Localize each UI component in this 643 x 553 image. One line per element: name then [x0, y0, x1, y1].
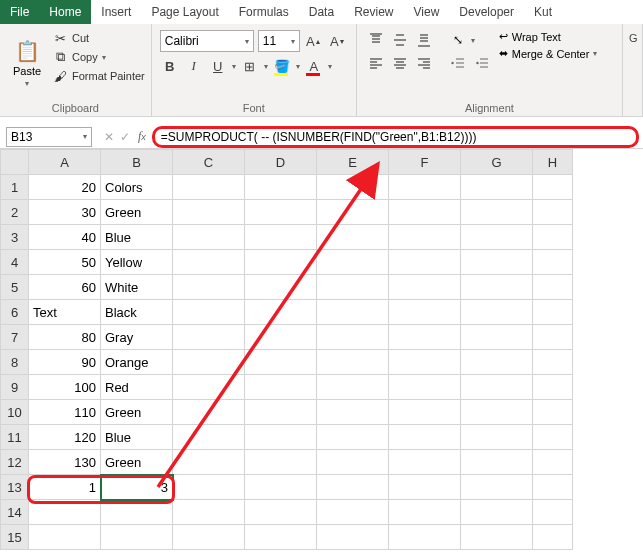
- cell-A7[interactable]: 80: [29, 325, 101, 350]
- row-header-7[interactable]: 7: [1, 325, 29, 350]
- cell-B7[interactable]: Gray: [101, 325, 173, 350]
- cell-C5[interactable]: [173, 275, 245, 300]
- cell-A9[interactable]: 100: [29, 375, 101, 400]
- cell-B10[interactable]: Green: [101, 400, 173, 425]
- cell-G11[interactable]: [461, 425, 533, 450]
- cell-C3[interactable]: [173, 225, 245, 250]
- increase-font-button[interactable]: A▲: [304, 31, 324, 51]
- column-header-B[interactable]: B: [101, 150, 173, 175]
- cell-B14[interactable]: [101, 500, 173, 525]
- tab-home[interactable]: Home: [39, 0, 91, 24]
- cell-C10[interactable]: [173, 400, 245, 425]
- cell-C6[interactable]: [173, 300, 245, 325]
- align-middle-button[interactable]: [389, 30, 411, 50]
- cell-F13[interactable]: [389, 475, 461, 500]
- cell-F4[interactable]: [389, 250, 461, 275]
- cell-C9[interactable]: [173, 375, 245, 400]
- copy-button[interactable]: ⧉ Copy ▾: [52, 49, 145, 65]
- cell-H1[interactable]: [533, 175, 573, 200]
- tab-data[interactable]: Data: [299, 0, 344, 24]
- fx-icon[interactable]: fx: [138, 129, 146, 144]
- cell-F6[interactable]: [389, 300, 461, 325]
- cell-A13[interactable]: 1: [29, 475, 101, 500]
- cell-C14[interactable]: [173, 500, 245, 525]
- cell-F14[interactable]: [389, 500, 461, 525]
- row-header-15[interactable]: 15: [1, 525, 29, 550]
- font-size-select[interactable]: 11 ▾: [258, 30, 300, 52]
- column-header-E[interactable]: E: [317, 150, 389, 175]
- cell-G8[interactable]: [461, 350, 533, 375]
- cell-A5[interactable]: 60: [29, 275, 101, 300]
- decrease-font-button[interactable]: A▼: [328, 31, 348, 51]
- cell-C15[interactable]: [173, 525, 245, 550]
- cell-D14[interactable]: [245, 500, 317, 525]
- cancel-formula-button[interactable]: ✕: [104, 130, 114, 144]
- tab-developer[interactable]: Developer: [449, 0, 524, 24]
- cell-C11[interactable]: [173, 425, 245, 450]
- cell-F8[interactable]: [389, 350, 461, 375]
- cell-F7[interactable]: [389, 325, 461, 350]
- cell-E14[interactable]: [317, 500, 389, 525]
- cell-E12[interactable]: [317, 450, 389, 475]
- cell-G3[interactable]: [461, 225, 533, 250]
- cell-B8[interactable]: Orange: [101, 350, 173, 375]
- cell-B11[interactable]: Blue: [101, 425, 173, 450]
- cell-D5[interactable]: [245, 275, 317, 300]
- column-header-H[interactable]: H: [533, 150, 573, 175]
- cell-D13[interactable]: [245, 475, 317, 500]
- cell-H15[interactable]: [533, 525, 573, 550]
- cell-H3[interactable]: [533, 225, 573, 250]
- cell-E4[interactable]: [317, 250, 389, 275]
- cell-G13[interactable]: [461, 475, 533, 500]
- cell-D4[interactable]: [245, 250, 317, 275]
- column-header-G[interactable]: G: [461, 150, 533, 175]
- cell-H5[interactable]: [533, 275, 573, 300]
- cell-H4[interactable]: [533, 250, 573, 275]
- cell-A1[interactable]: 20: [29, 175, 101, 200]
- tab-file[interactable]: File: [0, 0, 39, 24]
- cell-A12[interactable]: 130: [29, 450, 101, 475]
- cell-D6[interactable]: [245, 300, 317, 325]
- row-header-12[interactable]: 12: [1, 450, 29, 475]
- tab-formulas[interactable]: Formulas: [229, 0, 299, 24]
- cell-D2[interactable]: [245, 200, 317, 225]
- row-header-4[interactable]: 4: [1, 250, 29, 275]
- cell-C1[interactable]: [173, 175, 245, 200]
- cell-C7[interactable]: [173, 325, 245, 350]
- align-bottom-button[interactable]: [413, 30, 435, 50]
- cell-F3[interactable]: [389, 225, 461, 250]
- cell-H2[interactable]: [533, 200, 573, 225]
- cell-E9[interactable]: [317, 375, 389, 400]
- cell-E1[interactable]: [317, 175, 389, 200]
- row-header-1[interactable]: 1: [1, 175, 29, 200]
- cell-B15[interactable]: [101, 525, 173, 550]
- align-center-button[interactable]: [389, 54, 411, 74]
- row-header-8[interactable]: 8: [1, 350, 29, 375]
- tab-kutools[interactable]: Kut: [524, 0, 562, 24]
- cell-D9[interactable]: [245, 375, 317, 400]
- cell-A3[interactable]: 40: [29, 225, 101, 250]
- cell-E11[interactable]: [317, 425, 389, 450]
- cell-A10[interactable]: 110: [29, 400, 101, 425]
- row-header-2[interactable]: 2: [1, 200, 29, 225]
- cell-D10[interactable]: [245, 400, 317, 425]
- cell-D15[interactable]: [245, 525, 317, 550]
- paste-button[interactable]: 📋 Paste ▾: [6, 26, 48, 100]
- cell-C8[interactable]: [173, 350, 245, 375]
- cell-C12[interactable]: [173, 450, 245, 475]
- cell-F12[interactable]: [389, 450, 461, 475]
- cell-E2[interactable]: [317, 200, 389, 225]
- cell-F9[interactable]: [389, 375, 461, 400]
- name-box[interactable]: B13 ▾: [6, 127, 92, 147]
- cell-B9[interactable]: Red: [101, 375, 173, 400]
- cell-H10[interactable]: [533, 400, 573, 425]
- select-all-corner[interactable]: [1, 150, 29, 175]
- column-header-D[interactable]: D: [245, 150, 317, 175]
- cell-G7[interactable]: [461, 325, 533, 350]
- row-header-14[interactable]: 14: [1, 500, 29, 525]
- cell-B4[interactable]: Yellow: [101, 250, 173, 275]
- cell-B1[interactable]: Colors: [101, 175, 173, 200]
- merge-center-button[interactable]: ⬌ Merge & Center ▾: [499, 47, 598, 60]
- cell-D11[interactable]: [245, 425, 317, 450]
- cell-B13[interactable]: 3: [101, 475, 173, 500]
